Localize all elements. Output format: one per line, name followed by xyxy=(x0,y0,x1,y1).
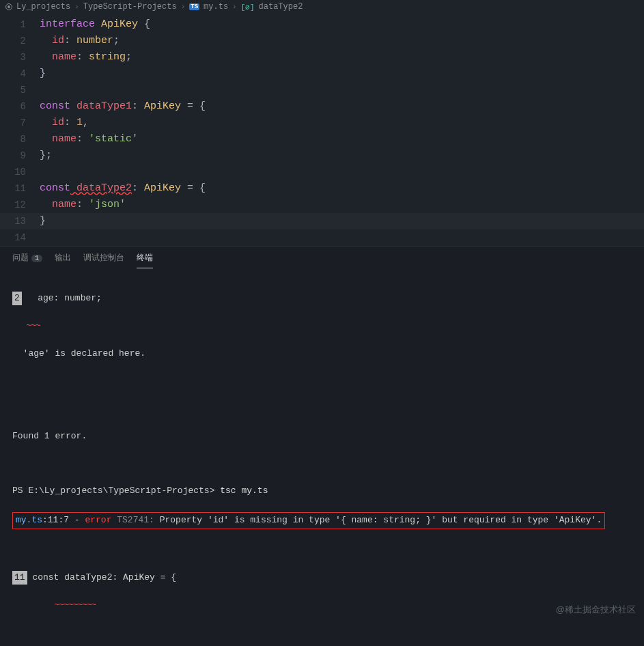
highlighted-error-box: my.ts:11:7 - error TS2741: Property 'id'… xyxy=(12,512,605,529)
term-found-error: Found 1 error. xyxy=(12,430,632,443)
tab-output[interactable]: 输出 xyxy=(55,252,71,268)
term-squiggle: ~~~~~~~~~ xyxy=(12,598,632,612)
typescript-file-icon: TS xyxy=(189,3,199,10)
line-number: 14 xyxy=(0,229,40,246)
panel-tabs: 问题1 输出 调试控制台 终端 xyxy=(0,247,644,268)
breadcrumb-seg-1[interactable]: Ly_projects xyxy=(16,2,70,12)
line-number: 13 xyxy=(0,213,40,229)
breadcrumb-seg-4[interactable]: dataType2 xyxy=(259,2,303,12)
term-line-marker: 11 xyxy=(12,571,27,585)
breadcrumb-seg-2[interactable]: TypeScript-Projects xyxy=(83,2,177,12)
chevron-right-icon: › xyxy=(74,3,79,11)
watermark: @稀土掘金技术社区 xyxy=(556,604,636,616)
term-command: tsc my.ts xyxy=(220,486,268,496)
tab-terminal[interactable]: 终端 xyxy=(137,252,153,268)
circle-icon xyxy=(5,3,12,10)
breadcrumb-seg-3[interactable]: my.ts xyxy=(204,2,228,12)
line-number: 7 xyxy=(0,115,40,131)
chevron-right-icon: › xyxy=(181,3,186,11)
tab-problems[interactable]: 问题1 xyxy=(12,252,42,268)
chevron-right-icon: › xyxy=(232,3,237,11)
line-number: 3 xyxy=(0,49,40,66)
term-declared-note: 'age' is declared here. xyxy=(12,347,632,361)
line-number: 4 xyxy=(0,66,40,82)
breadcrumb: Ly_projects › TypeScript-Projects › TS m… xyxy=(0,0,644,14)
bottom-panel: 问题1 输出 调试控制台 终端 2 age: number; ~~~ 'age'… xyxy=(0,246,644,646)
line-number: 6 xyxy=(0,98,40,115)
line-number: 9 xyxy=(0,148,40,164)
terminal[interactable]: 2 age: number; ~~~ 'age' is declared her… xyxy=(0,268,644,646)
line-number: 10 xyxy=(0,164,40,180)
line-number: 8 xyxy=(0,131,40,148)
problems-badge: 1 xyxy=(31,255,42,262)
line-number: 12 xyxy=(0,197,40,213)
line-number: 5 xyxy=(0,82,40,98)
line-number: 11 xyxy=(0,180,40,197)
line-number: 1 xyxy=(0,16,40,33)
line-number: 2 xyxy=(0,33,40,49)
term-squiggle: ~~~ xyxy=(12,319,632,333)
tab-debug-console[interactable]: 调试控制台 xyxy=(83,252,124,268)
code-editor[interactable]: 1interface ApiKey { 2 id: number; 3 name… xyxy=(0,14,644,246)
term-prompt-prefix: PS xyxy=(12,486,28,496)
term-line-marker: 2 xyxy=(12,292,22,305)
term-prompt-path: E:\Ly_projects\TypeScript-Projects> xyxy=(28,486,220,496)
symbol-variable-icon: [∅] xyxy=(241,3,255,12)
